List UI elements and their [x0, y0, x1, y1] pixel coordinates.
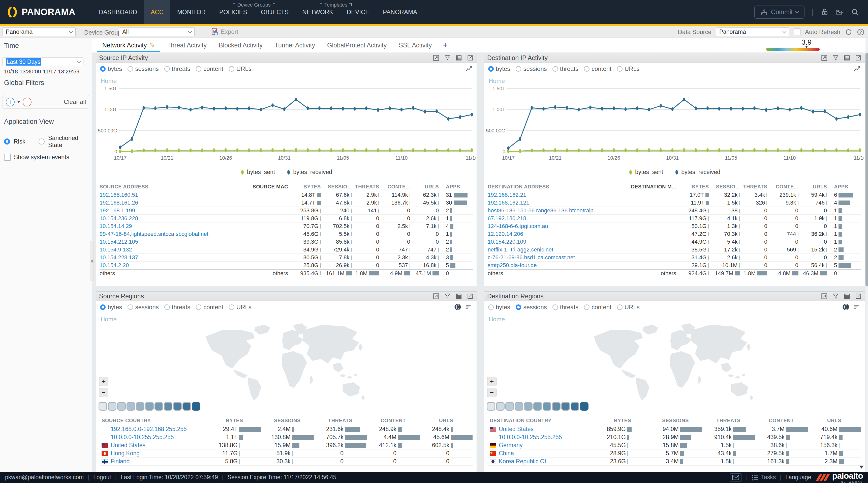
destination-address-link[interactable]: 192.168.162.21: [488, 192, 600, 198]
globe-icon[interactable]: [454, 303, 462, 311]
line-chart-icon[interactable]: [465, 65, 472, 73]
country-link[interactable]: 10.0.0.0-10.255.255.255: [111, 434, 174, 441]
metric-radio-threats[interactable]: [164, 66, 170, 72]
metric-radio-sessions[interactable]: [127, 66, 133, 72]
logout-link[interactable]: Logout: [93, 474, 111, 481]
map-color-swatch[interactable]: [164, 402, 173, 410]
data-source-select[interactable]: Panorama: [716, 28, 789, 36]
metric-label-content[interactable]: content: [204, 304, 223, 311]
search-icon[interactable]: [851, 8, 859, 16]
metric-label-threats[interactable]: threats: [172, 304, 190, 311]
map-color-swatch[interactable]: [136, 402, 145, 410]
messages-icon[interactable]: [730, 474, 742, 482]
map-color-swatch[interactable]: [505, 402, 514, 410]
export-button[interactable]: Export: [211, 28, 238, 36]
metric-radio-bytes[interactable]: [100, 66, 105, 72]
metric-radio-urls[interactable]: [229, 66, 235, 72]
metric-radio-content[interactable]: [196, 66, 202, 72]
filter-icon[interactable]: [832, 55, 839, 61]
tab-ssl-activity[interactable]: SSL Activity: [393, 38, 438, 52]
metric-label-sessions[interactable]: sessions: [135, 65, 158, 73]
map-zoom-in-button[interactable]: +: [487, 377, 496, 386]
bar-list-icon[interactable]: [853, 303, 861, 311]
country-link[interactable]: United States: [499, 426, 533, 432]
nav-item-dashboard[interactable]: DASHBOARD: [92, 0, 144, 24]
source-address-link[interactable]: 10.154.236.228: [99, 215, 212, 222]
metric-radio-bytes[interactable]: [488, 66, 494, 72]
time-select[interactable]: Last 30 Days: [2, 57, 84, 66]
line-chart-icon[interactable]: [853, 65, 861, 73]
metric-label-urls[interactable]: URLs: [237, 304, 251, 311]
tab-network-activity[interactable]: Network Activity✎: [96, 38, 161, 52]
scroll-down-icon[interactable]: [859, 465, 864, 468]
tab-blocked-activity[interactable]: Blocked Activity: [213, 38, 269, 52]
metric-radio-sessions[interactable]: [516, 66, 521, 72]
destination-address-link[interactable]: host86-136-151-56.range86-136.btcentralp…: [488, 207, 600, 214]
filter-icon[interactable]: [832, 293, 839, 300]
source-address-link[interactable]: 192.168.161.26: [99, 199, 212, 206]
metric-radio-threats[interactable]: [164, 305, 170, 310]
table-icon[interactable]: [456, 293, 462, 300]
bar-list-icon[interactable]: [465, 303, 472, 311]
map-color-swatch[interactable]: [533, 402, 542, 410]
map-color-swatch[interactable]: [108, 402, 117, 410]
metric-radio-threats[interactable]: [553, 305, 558, 310]
nav-item-acc[interactable]: ACC: [144, 0, 170, 24]
breadcrumb[interactable]: Home: [100, 78, 117, 85]
add-filter-button[interactable]: +: [6, 97, 14, 107]
metric-label-content[interactable]: content: [591, 65, 612, 73]
destination-address-link[interactable]: 67.192.180.218: [488, 215, 600, 222]
help-icon[interactable]: ?: [857, 28, 865, 36]
map-color-swatch[interactable]: [155, 402, 163, 410]
source-address-link[interactable]: 10.154.2.20: [99, 262, 212, 268]
metric-label-bytes[interactable]: bytes: [496, 304, 510, 311]
nav-item-monitor[interactable]: MONITOR: [170, 0, 213, 24]
destination-address-link[interactable]: c-76-21-69-86.hsd1.ca.comcast.net: [488, 254, 600, 261]
table-icon[interactable]: [843, 293, 850, 300]
tab-threat-activity[interactable]: Threat Activity: [161, 38, 213, 52]
destination-address-link[interactable]: netflix-1--tri-agg2.cenic.net: [488, 247, 600, 253]
map-color-swatch[interactable]: [570, 402, 579, 410]
country-link[interactable]: 192.168.0.0-192.168.255.255: [111, 426, 187, 432]
metric-radio-bytes[interactable]: [488, 305, 494, 310]
map-color-swatch[interactable]: [145, 402, 154, 410]
metric-radio-content[interactable]: [584, 66, 589, 72]
metric-radio-threats[interactable]: [553, 66, 558, 72]
edit-tab-icon[interactable]: ✎: [149, 41, 155, 50]
map-color-swatch[interactable]: [542, 402, 551, 410]
add-filter-caret-icon[interactable]: [17, 101, 20, 103]
map-color-swatch[interactable]: [192, 402, 200, 410]
clear-all-link[interactable]: Clear all: [64, 98, 86, 106]
map-color-swatch[interactable]: [98, 402, 107, 410]
risk-radio[interactable]: [4, 139, 10, 144]
metric-radio-sessions[interactable]: [516, 305, 521, 310]
source-address-link[interactable]: 10.154.14.29: [99, 223, 212, 229]
filter-icon[interactable]: [444, 55, 451, 61]
metric-label-sessions[interactable]: sessions: [523, 65, 547, 73]
tab-tunnel-activity[interactable]: Tunnel Activity: [269, 38, 321, 52]
map-color-swatch[interactable]: [173, 402, 182, 410]
show-system-events-checkbox[interactable]: [4, 154, 11, 161]
metric-label-bytes[interactable]: bytes: [107, 65, 122, 73]
remove-filter-button[interactable]: −: [23, 97, 31, 107]
map-color-swatch[interactable]: [552, 402, 560, 410]
metric-label-urls[interactable]: URLs: [624, 65, 640, 73]
map-color-swatch[interactable]: [496, 402, 504, 410]
refresh-icon[interactable]: [845, 28, 852, 36]
device-group-select[interactable]: All: [119, 28, 194, 36]
metric-label-threats[interactable]: threats: [560, 304, 579, 311]
country-link[interactable]: Germany: [499, 442, 523, 449]
metric-label-threats[interactable]: threats: [172, 65, 190, 73]
expand-icon[interactable]: [433, 55, 439, 61]
metric-radio-urls[interactable]: [617, 66, 622, 72]
metric-radio-bytes[interactable]: [100, 305, 105, 310]
sidebar-collapse-handle[interactable]: [90, 241, 94, 281]
destination-address-link[interactable]: smtp250.dia-four.de: [488, 262, 600, 268]
tab-globalprotect-activity[interactable]: GlobalProtect Activity: [321, 38, 393, 52]
metric-radio-content[interactable]: [584, 305, 589, 310]
page-scrollbar[interactable]: [866, 38, 868, 472]
metric-radio-sessions[interactable]: [127, 305, 133, 310]
map-zoom-out-button[interactable]: −: [99, 388, 108, 397]
expand-icon[interactable]: [821, 55, 828, 61]
metric-radio-urls[interactable]: [617, 305, 622, 310]
